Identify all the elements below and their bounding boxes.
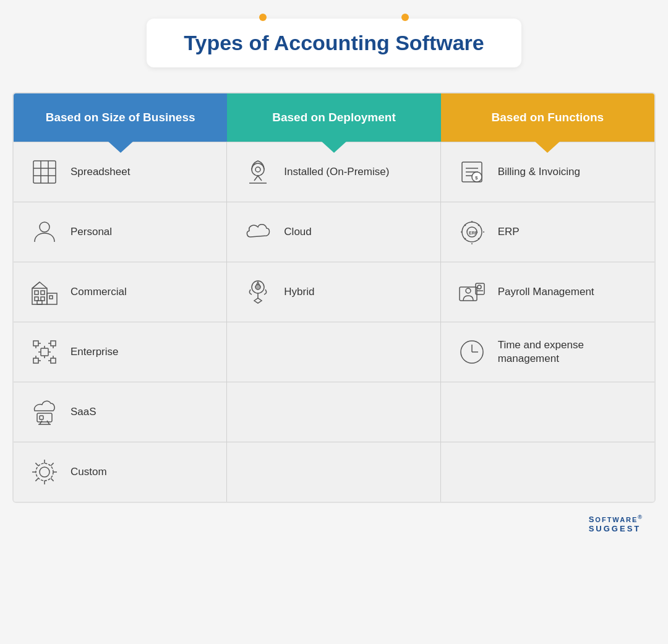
cell-enterprise: Enterprise <box>14 322 227 382</box>
header-label-deployment: Based on Deployment <box>272 111 396 124</box>
cell-timeexpense: Time and expense management <box>441 322 654 382</box>
cell-text-spreadsheet: Spreadsheet <box>71 165 130 179</box>
cloud-icon <box>242 216 274 248</box>
table-row: SaaS <box>14 382 654 442</box>
cell-text-custom: Custom <box>71 465 107 479</box>
enterprise-icon <box>28 336 61 368</box>
custom-icon <box>28 456 61 488</box>
header-row: Based on Size of Business Based on Deplo… <box>14 93 654 142</box>
cell-text-timeexpense: Time and expense management <box>498 338 640 366</box>
svg-line-55 <box>40 421 42 424</box>
cell-text-payroll: Payroll Management <box>498 285 594 299</box>
cell-text-erp: ERP <box>498 225 520 239</box>
cell-cloud: Cloud <box>227 202 440 262</box>
svg-point-32 <box>477 285 481 289</box>
title-container: Types of Accounting Software <box>147 19 521 67</box>
installed-icon <box>242 156 274 188</box>
commercial-icon <box>28 276 61 308</box>
svg-rect-20 <box>41 291 45 294</box>
watermark-text: SOFTWARE® SUGGEST <box>589 514 643 533</box>
cell-hybrid: Hybrid <box>227 262 440 322</box>
main-table: Based on Size of Business Based on Deplo… <box>12 92 656 503</box>
svg-point-27 <box>255 285 260 290</box>
personal-icon <box>28 216 61 248</box>
header-cell-deployment: Based on Deployment <box>227 93 440 142</box>
cell-text-enterprise: Enterprise <box>71 345 118 359</box>
cell-payroll: Payroll Management <box>441 262 654 322</box>
cell-empty-6-2 <box>227 442 440 502</box>
table-row: Custom <box>14 442 654 502</box>
cell-empty-4-2 <box>227 322 440 382</box>
watermark: SOFTWARE® SUGGEST <box>589 514 643 533</box>
svg-rect-38 <box>51 358 56 363</box>
svg-rect-36 <box>51 341 56 346</box>
svg-rect-22 <box>41 297 45 301</box>
svg-rect-24 <box>49 296 53 299</box>
header-label-size: Based on Size of Business <box>46 111 195 124</box>
page-title: Types of Accounting Software <box>184 31 484 55</box>
cell-text-cloud: Cloud <box>284 225 311 239</box>
svg-rect-58 <box>40 416 43 419</box>
cell-saas: SaaS <box>14 382 227 442</box>
svg-rect-35 <box>33 341 38 346</box>
svg-rect-19 <box>35 291 38 294</box>
cell-text-hybrid: Hybrid <box>284 285 314 299</box>
svg-point-59 <box>40 467 49 477</box>
cell-empty-5-2 <box>227 382 440 442</box>
cell-empty-5-3 <box>441 382 654 442</box>
data-rows: Spreadsheet Installed (On-Premise) <box>14 142 654 502</box>
svg-point-60 <box>36 463 53 481</box>
cell-commercial: Commercial <box>14 262 227 322</box>
watermark-line2: SUGGEST <box>589 524 641 533</box>
cell-erp: ERP ERP <box>441 202 654 262</box>
svg-rect-29 <box>460 287 477 301</box>
header-cell-functions: Based on Functions <box>441 93 654 142</box>
svg-point-6 <box>255 167 260 172</box>
header-label-functions: Based on Functions <box>492 111 604 124</box>
header-cell-size: Based on Size of Business <box>14 93 227 142</box>
cell-personal: Personal <box>14 202 227 262</box>
svg-point-30 <box>466 288 471 293</box>
svg-rect-0 <box>33 161 56 183</box>
svg-rect-23 <box>37 301 42 304</box>
svg-text:$: $ <box>475 175 478 181</box>
svg-rect-37 <box>33 358 38 363</box>
svg-point-5 <box>252 163 264 176</box>
spreadsheet-icon <box>28 156 61 188</box>
cell-text-personal: Personal <box>71 225 112 239</box>
table-row: Personal Cloud ERP <box>14 202 654 262</box>
svg-text:ERP: ERP <box>469 231 478 235</box>
watermark-line1: SOFTWARE® <box>589 515 643 524</box>
cell-text-saas: SaaS <box>71 405 96 419</box>
cell-custom: Custom <box>14 442 227 502</box>
erp-icon: ERP <box>456 216 488 248</box>
billing-icon: $ <box>456 156 488 188</box>
table-row: Commercial Hybrid <box>14 262 654 322</box>
cell-text-installed: Installed (On-Premise) <box>284 165 389 179</box>
cell-text-billing: Billing & Invoicing <box>498 165 580 179</box>
hybrid-icon <box>242 276 274 308</box>
saas-icon <box>28 396 61 428</box>
svg-rect-21 <box>35 297 38 301</box>
cell-empty-6-3 <box>441 442 654 502</box>
svg-point-13 <box>40 222 49 232</box>
svg-line-56 <box>47 421 49 424</box>
payroll-icon <box>456 276 488 308</box>
cell-text-commercial: Commercial <box>71 285 127 299</box>
table-row: Enterprise Time and expense management <box>14 322 654 382</box>
svg-rect-34 <box>41 348 48 356</box>
timeexpense-icon <box>456 336 488 368</box>
